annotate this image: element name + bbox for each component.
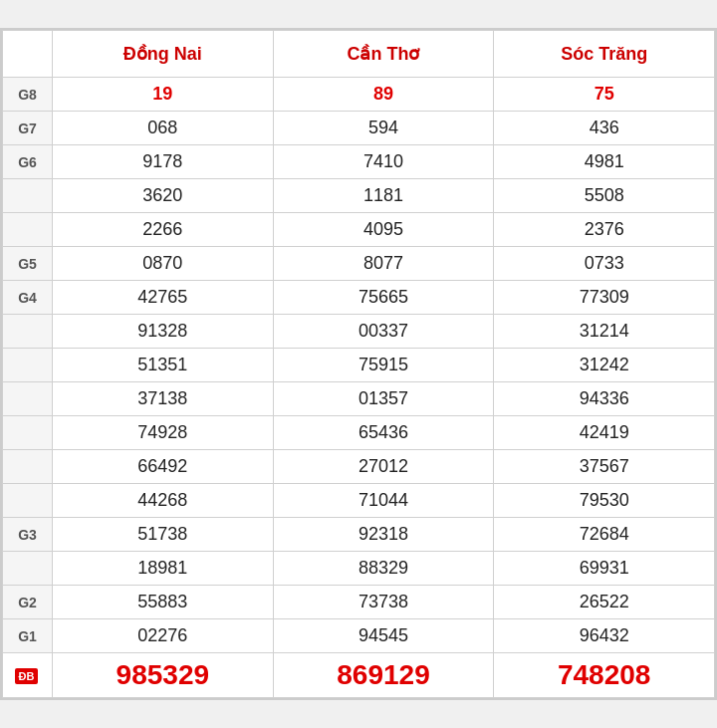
- table-row: 9178: [53, 145, 274, 179]
- table-row: 18981: [53, 552, 274, 586]
- special-value-1: 869129: [273, 653, 494, 698]
- row-label-G4: [3, 416, 53, 450]
- table-row: 75665: [273, 281, 494, 315]
- table-row: 75915: [273, 349, 494, 382]
- row-label-G2: G2: [3, 586, 53, 619]
- row-label-G4: [3, 450, 53, 484]
- row-label-G6: G6: [3, 145, 53, 179]
- table-row: 37138: [53, 382, 274, 416]
- row-label-G6: [3, 213, 53, 247]
- row-label-G4: [3, 382, 53, 416]
- table-row: 26522: [494, 586, 715, 619]
- table-row: 31242: [494, 349, 715, 382]
- table-row: 2266: [53, 213, 274, 247]
- table-row: 73738: [273, 586, 494, 619]
- table-row: 44268: [53, 484, 274, 518]
- table-row: 0870: [53, 247, 274, 281]
- table-row: 27012: [273, 450, 494, 484]
- row-label-G8: G8: [3, 78, 53, 112]
- table-row: 92318: [273, 518, 494, 552]
- table-row: 37567: [494, 450, 715, 484]
- row-label-G4: G4: [3, 281, 53, 315]
- table-row: 72684: [494, 518, 715, 552]
- table-row: 79530: [494, 484, 715, 518]
- empty-header: [3, 31, 53, 78]
- table-row: 89: [273, 78, 494, 112]
- table-row: 51738: [53, 518, 274, 552]
- table-row: 3620: [53, 179, 274, 213]
- row-label-G4: [3, 349, 53, 382]
- table-row: 4981: [494, 145, 715, 179]
- table-row: 4095: [273, 213, 494, 247]
- table-row: 94545: [273, 619, 494, 653]
- col3-header: Sóc Trăng: [494, 31, 715, 78]
- table-row: 42419: [494, 416, 715, 450]
- table-row: 594: [273, 112, 494, 145]
- table-row: 51351: [53, 349, 274, 382]
- table-row: 01357: [273, 382, 494, 416]
- table-row: 8077: [273, 247, 494, 281]
- table-row: 436: [494, 112, 715, 145]
- table-row: 0733: [494, 247, 715, 281]
- row-label-G1: G1: [3, 619, 53, 653]
- table-row: 77309: [494, 281, 715, 315]
- row-label-G5: G5: [3, 247, 53, 281]
- table-row: 94336: [494, 382, 715, 416]
- row-label-G6: [3, 179, 53, 213]
- table-row: 74928: [53, 416, 274, 450]
- row-label-G3: [3, 552, 53, 586]
- table-row: 19: [53, 78, 274, 112]
- table-row: 88329: [273, 552, 494, 586]
- col1-header: Đồng Nai: [53, 31, 274, 78]
- table-row: 00337: [273, 315, 494, 349]
- row-label-G3: G3: [3, 518, 53, 552]
- table-row: 75: [494, 78, 715, 112]
- table-row: 66492: [53, 450, 274, 484]
- table-row: 02276: [53, 619, 274, 653]
- col2-header: Cần Thơ: [273, 31, 494, 78]
- row-label-G4: [3, 315, 53, 349]
- special-value-0: 985329: [53, 653, 274, 698]
- table-row: 65436: [273, 416, 494, 450]
- table-row: 42765: [53, 281, 274, 315]
- table-row: 31214: [494, 315, 715, 349]
- row-label-G4: [3, 484, 53, 518]
- table-row: 69931: [494, 552, 715, 586]
- special-value-2: 748208: [494, 653, 715, 698]
- table-row: 71044: [273, 484, 494, 518]
- table-row: 5508: [494, 179, 715, 213]
- row-label-G7: G7: [3, 112, 53, 145]
- table-row: 96432: [494, 619, 715, 653]
- table-row: 91328: [53, 315, 274, 349]
- table-row: 068: [53, 112, 274, 145]
- table-row: 2376: [494, 213, 715, 247]
- lottery-table: Đồng Nai Cần Thơ Sóc Trăng G8198975G7068…: [0, 28, 717, 700]
- table-row: 1181: [273, 179, 494, 213]
- table-row: 55883: [53, 586, 274, 619]
- table-row: 7410: [273, 145, 494, 179]
- row-label-db: ĐB: [3, 653, 53, 698]
